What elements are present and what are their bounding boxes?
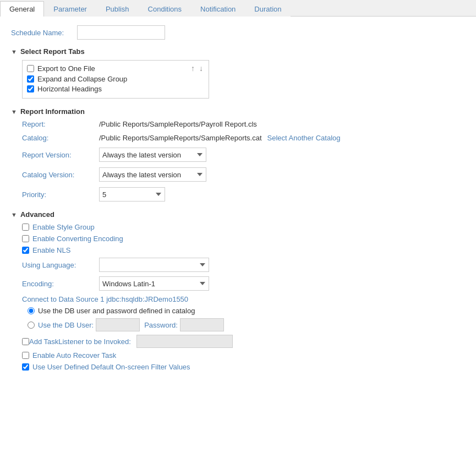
enable-nls-label: Enable NLS xyxy=(32,246,70,254)
encoding-row: Encoding: Windows Latin-1 UTF-8 UTF-16 xyxy=(22,276,465,291)
use-db-user-radio[interactable] xyxy=(28,322,35,329)
db-password-input[interactable] xyxy=(180,318,224,331)
enable-style-group-checkbox[interactable] xyxy=(22,224,29,231)
report-info-triangle: ▼ xyxy=(11,108,17,115)
move-up-button[interactable]: ↑ xyxy=(190,64,196,73)
tab-item-1-row: Horizontal Headings xyxy=(27,85,204,93)
report-information-title: Report Information xyxy=(20,107,85,116)
advanced-title: Advanced xyxy=(20,210,54,219)
add-task-listener-checkbox[interactable] xyxy=(22,338,29,345)
catalog-label: Catalog: xyxy=(22,134,99,142)
tab-general[interactable]: General xyxy=(0,1,44,17)
advanced-content: Enable Style Group Enable Converting Enc… xyxy=(22,223,465,371)
use-db-defined-row: Use the DB user and password defined in … xyxy=(28,307,465,315)
using-language-row: Using Language: xyxy=(22,258,465,272)
tab-parameter[interactable]: Parameter xyxy=(44,1,96,17)
select-report-tabs-header[interactable]: ▼ Select Report Tabs xyxy=(11,47,465,56)
use-db-user-row: Use the DB User: Password: xyxy=(28,318,465,331)
enable-auto-recover-label: Enable Auto Recover Task xyxy=(32,351,116,360)
catalog-version-row: Catalog Version: Always the latest versi… xyxy=(22,167,465,182)
report-information-section: ▼ Report Information Report: /Public Rep… xyxy=(11,107,465,202)
enable-nls-checkbox[interactable] xyxy=(22,247,29,254)
catalog-version-label: Catalog Version: xyxy=(22,171,99,179)
enable-auto-recover-row: Enable Auto Recover Task xyxy=(22,351,465,360)
enable-style-group-label: Enable Style Group xyxy=(32,223,95,231)
tab-item-1-checkbox[interactable] xyxy=(27,85,34,92)
tab-conditions[interactable]: Conditions xyxy=(139,1,191,17)
export-one-file-label: Export to One File xyxy=(37,64,95,73)
select-another-catalog-link[interactable]: Select Another Catalog xyxy=(267,134,341,142)
use-db-defined-radio[interactable] xyxy=(28,307,35,314)
tab-item-0-row: Expand and Collapse Group xyxy=(27,75,204,83)
use-user-defined-filter-row: Use User Defined Default On-screen Filte… xyxy=(22,363,465,371)
priority-row: Priority: 1234 5678 910 xyxy=(22,187,465,202)
enable-converting-encoding-checkbox[interactable] xyxy=(22,235,29,242)
priority-select[interactable]: 1234 5678 910 xyxy=(99,187,165,202)
report-version-select[interactable]: Always the latest version xyxy=(99,148,206,162)
priority-label: Priority: xyxy=(22,190,99,199)
main-content: Schedule Name: ▼ Select Report Tabs Expo… xyxy=(0,17,476,383)
use-user-defined-filter-label: Use User Defined Default On-screen Filte… xyxy=(32,363,190,371)
schedule-name-row: Schedule Name: xyxy=(11,25,465,40)
task-listener-input[interactable] xyxy=(136,335,233,348)
enable-converting-encoding-label: Enable Converting Encoding xyxy=(32,235,123,243)
use-user-defined-filter-checkbox[interactable] xyxy=(22,363,29,371)
select-report-tabs-box: Export to One File ↑ ↓ Expand and Collap… xyxy=(22,60,209,99)
add-task-listener-label: Add TaskListener to be Invoked: xyxy=(29,337,131,346)
catalog-row: Catalog: /Public Reports/SampleReports/S… xyxy=(22,134,465,142)
use-db-user-label: Use the DB User: xyxy=(38,321,94,329)
advanced-header[interactable]: ▼ Advanced xyxy=(11,210,465,219)
tab-duration[interactable]: Duration xyxy=(245,1,291,17)
schedule-name-label: Schedule Name: xyxy=(11,29,77,37)
tab-bar: General Parameter Publish Conditions Not… xyxy=(0,0,476,17)
report-information-header[interactable]: ▼ Report Information xyxy=(11,107,465,116)
report-version-label: Report Version: xyxy=(22,151,99,159)
datasource-link[interactable]: Connect to Data Source 1 jdbc:hsqldb:JRD… xyxy=(22,295,465,303)
using-language-select[interactable] xyxy=(99,258,209,272)
report-label: Report: xyxy=(22,120,99,128)
report-row: Report: /Public Reports/SampleReports/Pa… xyxy=(22,120,465,128)
db-user-input[interactable] xyxy=(96,318,140,331)
select-report-tabs-triangle: ▼ xyxy=(11,48,17,55)
enable-converting-encoding-row: Enable Converting Encoding xyxy=(22,235,465,243)
advanced-section: ▼ Advanced Enable Style Group Enable Con… xyxy=(11,210,465,371)
arrow-buttons: ↑ ↓ xyxy=(190,64,204,73)
encoding-select[interactable]: Windows Latin-1 UTF-8 UTF-16 xyxy=(99,276,209,291)
export-one-file-checkbox[interactable] xyxy=(27,65,34,72)
select-report-tabs-title: Select Report Tabs xyxy=(20,47,85,56)
tab-item-0-checkbox[interactable] xyxy=(27,75,34,83)
select-report-tabs-content: Export to One File ↑ ↓ Expand and Collap… xyxy=(22,60,465,99)
export-one-file-checkbox-row: Export to One File xyxy=(27,64,95,73)
using-language-label: Using Language: xyxy=(22,261,99,269)
tab-notification[interactable]: Notification xyxy=(191,1,245,17)
use-db-defined-label: Use the DB user and password defined in … xyxy=(38,307,195,315)
advanced-triangle: ▼ xyxy=(11,211,17,218)
encoding-label: Encoding: xyxy=(22,280,99,288)
password-label: Password: xyxy=(144,321,178,329)
use-db-defined-label-text: Use the DB user and password defined in … xyxy=(38,307,195,315)
enable-nls-row: Enable NLS xyxy=(22,246,465,254)
add-task-listener-row: Add TaskListener to be Invoked: xyxy=(22,335,465,348)
report-information-content: Report: /Public Reports/SampleReports/Pa… xyxy=(22,120,465,202)
report-version-row: Report Version: Always the latest versio… xyxy=(22,148,465,162)
use-db-user-label-text: Use the DB User: xyxy=(38,321,94,329)
export-one-file-row: Export to One File ↑ ↓ xyxy=(27,64,204,73)
catalog-version-select[interactable]: Always the latest version xyxy=(99,167,206,182)
report-value: /Public Reports/SampleReports/Payroll Re… xyxy=(99,120,257,128)
schedule-name-input[interactable] xyxy=(77,25,165,40)
tab-item-0-label: Expand and Collapse Group xyxy=(37,75,127,83)
move-down-button[interactable]: ↓ xyxy=(198,64,204,73)
enable-auto-recover-checkbox[interactable] xyxy=(22,352,29,359)
enable-style-group-row: Enable Style Group xyxy=(22,223,465,231)
tab-item-1-label: Horizontal Headings xyxy=(37,85,102,93)
catalog-value: /Public Reports/SampleReports/SampleRepo… xyxy=(99,134,262,142)
tab-publish[interactable]: Publish xyxy=(96,1,139,17)
